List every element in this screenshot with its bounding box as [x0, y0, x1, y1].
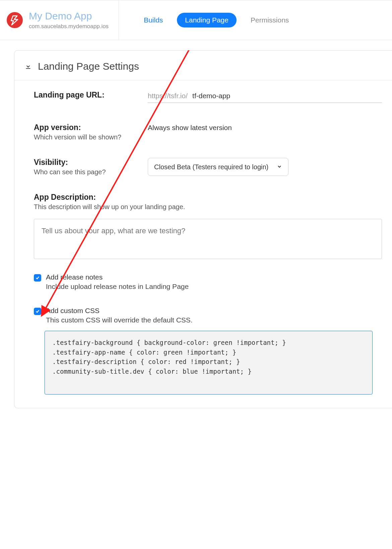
url-input[interactable] [192, 92, 382, 100]
custom-css-checkbox[interactable] [34, 308, 41, 315]
visibility-sublabel: Who can see this page? [34, 168, 141, 176]
chevron-down-icon [277, 163, 282, 171]
release-notes-sub: Include upload release notes in Landing … [46, 283, 189, 291]
panel-header: Landing Page Settings [14, 51, 392, 80]
version-sublabel: Which version will be shown? [34, 133, 141, 141]
custom-css-title: Add custom CSS [46, 307, 193, 315]
version-label: App version: [34, 123, 141, 132]
version-value[interactable]: Always show latest version [148, 123, 232, 141]
description-label: App Description: [34, 193, 382, 202]
tab-permissions[interactable]: Permissions [243, 13, 297, 27]
app-brand: My Demo App com.saucelabs.mydemoapp.ios [7, 0, 119, 40]
app-title[interactable]: My Demo App [29, 10, 109, 22]
custom-css-textarea[interactable]: .testfairy-background { background-color… [45, 331, 373, 394]
release-notes-checkbox[interactable] [34, 274, 41, 282]
nav-tabs: Builds Landing Page Permissions [136, 13, 297, 27]
bundle-id: com.saucelabs.mydemoapp.ios [29, 23, 109, 30]
top-header: My Demo App com.saucelabs.mydemoapp.ios … [0, 0, 392, 40]
url-prefix: https://tsfr.io/ [148, 92, 188, 100]
url-field[interactable]: https://tsfr.io/ [148, 90, 382, 103]
panel-title: Landing Page Settings [38, 61, 139, 72]
settings-panel: Landing Page Settings Landing page URL: … [14, 50, 392, 408]
description-sublabel: This description will show up on your la… [34, 203, 382, 211]
visibility-select[interactable]: Closed Beta (Testers required to login) [148, 158, 288, 176]
custom-css-sub: This custom CSS will override the defaul… [46, 316, 193, 324]
tab-landing-page[interactable]: Landing Page [177, 13, 237, 27]
visibility-label: Visibility: [34, 158, 141, 167]
visibility-value: Closed Beta (Testers required to login) [154, 163, 268, 171]
description-textarea[interactable] [34, 219, 382, 259]
tab-builds[interactable]: Builds [136, 13, 171, 27]
app-logo-icon [7, 12, 23, 28]
release-notes-title: Add release notes [46, 273, 189, 281]
url-label: Landing page URL: [34, 90, 141, 100]
download-icon [24, 63, 32, 70]
